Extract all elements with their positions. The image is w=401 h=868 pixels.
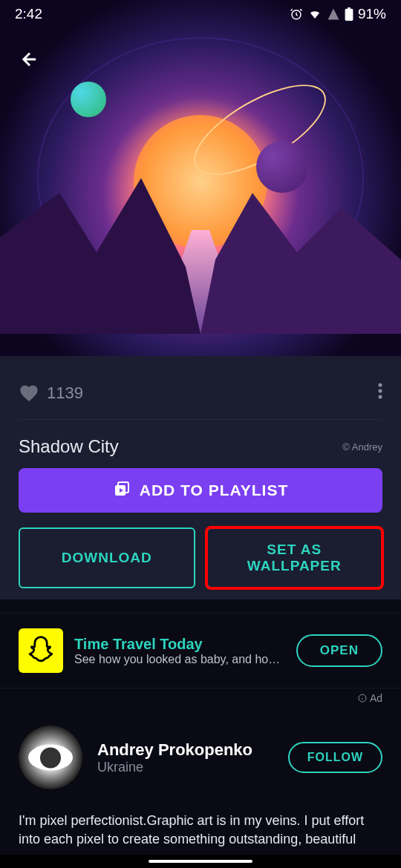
- svg-point-5: [379, 395, 382, 399]
- navigation-bar[interactable]: [0, 855, 401, 868]
- ad-content: Time Travel Today See how you looked as …: [74, 636, 285, 666]
- svg-point-4: [379, 389, 382, 393]
- ad-subtitle: See how you looked as baby, and how y…: [74, 653, 285, 666]
- follow-label: FOLLOW: [307, 751, 363, 763]
- likes-row: 1139: [19, 367, 382, 420]
- likes-button[interactable]: 1139: [19, 383, 83, 404]
- ad-label-text: Ad: [370, 692, 382, 704]
- add-to-playlist-button[interactable]: ADD TO PLAYLIST: [19, 468, 382, 513]
- copyright-text: © Andrey: [342, 441, 382, 453]
- author-location: Ukraine: [97, 760, 273, 775]
- playlist-icon: [113, 481, 131, 499]
- like-count: 1139: [47, 384, 83, 403]
- ad-section[interactable]: Time Travel Today See how you looked as …: [0, 613, 401, 688]
- back-button[interactable]: [15, 45, 45, 74]
- eye-graphic: [28, 745, 73, 771]
- title-row: Shadow City © Andrey: [19, 420, 382, 468]
- author-avatar[interactable]: [19, 726, 82, 789]
- alarm-icon: [290, 7, 303, 21]
- ad-title: Time Travel Today: [74, 636, 285, 653]
- add-to-playlist-label: ADD TO PLAYLIST: [140, 481, 289, 499]
- content-section: 1139 Shadow City © Andrey ADD TO PLAYLIS…: [0, 356, 401, 599]
- more-options-button[interactable]: [378, 382, 382, 404]
- author-name: Andrey Prokopenko: [97, 740, 273, 760]
- follow-button[interactable]: FOLLOW: [288, 742, 382, 773]
- mountains-graphic: [0, 148, 401, 334]
- ad-open-label: OPEN: [320, 643, 359, 657]
- svg-rect-1: [345, 9, 353, 21]
- wallpaper-preview[interactable]: [0, 0, 401, 356]
- dots-vertical-icon: [378, 382, 382, 400]
- status-icons: 91%: [290, 6, 386, 22]
- snapchat-icon: [25, 634, 57, 667]
- svg-rect-2: [348, 7, 351, 9]
- ad-app-icon: [19, 628, 63, 673]
- heart-icon: [19, 383, 39, 404]
- info-icon: [358, 694, 367, 703]
- author-section: Andrey Prokopenko Ukraine FOLLOW: [0, 688, 401, 804]
- status-time: 2:42: [15, 6, 42, 22]
- ad-open-button[interactable]: OPEN: [296, 634, 382, 667]
- set-as-wallpaper-button[interactable]: SET AS WALLPAPER: [206, 527, 383, 588]
- set-wallpaper-label: SET AS WALLPAPER: [247, 542, 342, 573]
- battery-percent: 91%: [358, 6, 386, 22]
- arrow-left-icon: [19, 49, 40, 70]
- secondary-buttons: DOWNLOAD SET AS WALLPAPER: [19, 527, 382, 588]
- nav-handle: [149, 860, 252, 863]
- svg-point-3: [379, 384, 382, 387]
- signal-icon: [327, 7, 340, 21]
- status-bar: 2:42 91%: [0, 0, 401, 28]
- author-bio: I'm pixel perfectionist.Graphic art is i…: [0, 804, 401, 856]
- ad-label: Ad: [358, 692, 382, 704]
- wifi-icon: [307, 7, 322, 21]
- author-info: Andrey Prokopenko Ukraine: [97, 740, 273, 775]
- battery-icon: [345, 7, 353, 21]
- wallpaper-title: Shadow City: [19, 436, 119, 457]
- download-button[interactable]: DOWNLOAD: [19, 527, 195, 588]
- green-planet-graphic: [71, 82, 106, 117]
- download-label: DOWNLOAD: [62, 550, 152, 565]
